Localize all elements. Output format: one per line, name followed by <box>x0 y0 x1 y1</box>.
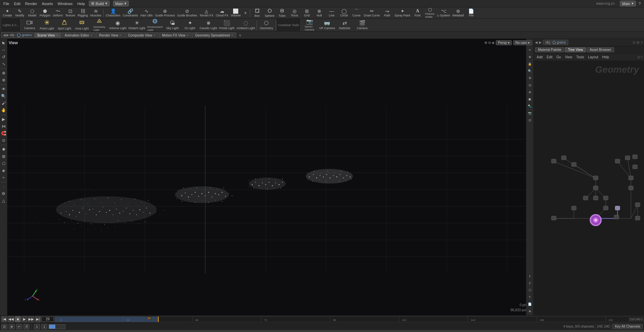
tab-render-view[interactable]: Render View × <box>96 32 124 38</box>
rp-close[interactable]: × <box>641 41 643 44</box>
tb-hair-utils[interactable]: ∿ Hair Utils <box>140 8 154 18</box>
tb-circle[interactable]: ◯ Circle <box>338 8 350 18</box>
stop-btn[interactable]: ■ <box>15 316 21 322</box>
tb2-environment-light[interactable]: EnvironmentLight <box>146 19 164 31</box>
scale-tool[interactable]: ⤡ <box>0 61 7 67</box>
rp-tb-icon1[interactable]: ⊡ <box>637 55 640 59</box>
tab-close-geo[interactable]: × <box>231 34 233 37</box>
snap-btn2[interactable]: ⊕ <box>9 324 15 329</box>
step-back[interactable]: ◀◀ <box>8 316 14 322</box>
vps-icon7[interactable]: ◎ <box>527 82 533 88</box>
tab-animation-editor[interactable]: Animation Editor × <box>62 32 96 38</box>
viewport[interactable]: View ⊕ ⊘ ◈ Persp ▾ No cam ▾ x <box>7 39 533 315</box>
animate-tool[interactable]: ▶ <box>0 116 7 123</box>
menu-assets[interactable]: Assets <box>40 1 55 6</box>
tb-grid[interactable]: ⊞ Grid <box>301 8 313 18</box>
tab-close-scene-view[interactable]: × <box>56 34 58 37</box>
vps-icon11[interactable]: 📷 <box>527 110 533 117</box>
forward-icon[interactable]: ▶ <box>6 33 9 37</box>
rp-tab-asset-browser[interactable]: Asset Browser <box>587 47 614 52</box>
vps-icon5[interactable]: 🔍 <box>527 68 533 74</box>
translate-icon[interactable]: ⊕ <box>0 70 7 76</box>
tb-file[interactable]: 📄 File <box>465 8 477 18</box>
tab-scene-view[interactable]: Scene View × <box>34 32 61 38</box>
vps-icon13[interactable]: 1 <box>527 273 533 279</box>
tb-characters[interactable]: 👤 Characters <box>105 8 121 18</box>
tb-constraints[interactable]: 🔗 Constraints <box>122 8 139 18</box>
persp-button[interactable]: Persp ▾ <box>496 40 512 45</box>
rp-tab-tree-view[interactable]: Tree View <box>565 47 586 52</box>
tb2-ambient-light[interactable]: ◌ Ambient Light <box>235 19 256 31</box>
vps-icon16[interactable]: T <box>527 294 533 301</box>
rp-back[interactable]: ◀ <box>535 41 538 44</box>
rp-tools[interactable]: Tools <box>575 55 586 59</box>
extract-tool[interactable]: ⊞ <box>0 153 7 160</box>
vps-icon2[interactable]: ≡ <box>527 47 533 53</box>
rp-icon2[interactable]: ⊞ <box>637 41 639 44</box>
edit-sop-tool[interactable]: ✱ <box>0 146 7 153</box>
tb2-switcher[interactable]: ⇄ Switcher <box>336 19 354 31</box>
build-button[interactable]: ⊞ Build ▾ <box>89 1 109 6</box>
vp-icon3[interactable]: ◈ <box>492 41 494 45</box>
sculpt-tool[interactable]: ◈ <box>0 167 7 174</box>
go-to-end[interactable]: ▶| <box>35 316 41 322</box>
vps-icon14[interactable]: 2 <box>527 280 533 286</box>
step-forward[interactable]: ▶▶ <box>28 316 34 322</box>
tb-curve[interactable]: ⌒ Curve <box>351 8 363 18</box>
tb-platonic[interactable]: ⬡ PlatonicSolids <box>424 8 436 18</box>
rotate-tool[interactable]: ↺ <box>0 54 7 60</box>
tb2-caustic-light[interactable]: ⋇ Caustic Light <box>199 19 218 31</box>
tb-texture[interactable]: ⊡ Texture <box>64 8 76 18</box>
snap-btn4[interactable]: ⏱ <box>23 324 30 329</box>
key-all-channels-btn[interactable]: Key All Channels <box>612 324 643 329</box>
go-to-start[interactable]: |◀ <box>1 316 7 322</box>
frame-val2[interactable]: 1 <box>41 324 47 329</box>
tab-composite-view[interactable]: Composite View × <box>125 32 158 38</box>
menu-help[interactable]: Help <box>75 1 87 6</box>
vp-icon2[interactable]: ⊘ <box>488 41 491 45</box>
tb2-camera[interactable]: Camera <box>21 19 38 31</box>
rp-tab-material-palette[interactable]: Material Palette <box>535 47 564 52</box>
main-button2[interactable]: Main ▾ <box>620 1 636 6</box>
timeline-ruler[interactable]: 29 0 24 48 72 96 120 144 168 192 <box>54 316 629 322</box>
tab-close-render[interactable]: × <box>119 34 121 37</box>
vp-icon1[interactable]: ⊕ <box>484 41 487 45</box>
rp-layout[interactable]: Layout <box>586 55 600 59</box>
fps-bar[interactable] <box>49 324 65 329</box>
pivot-tool[interactable]: ⊗ <box>0 77 7 83</box>
tb-cloud-fx[interactable]: ☁ Cloud FX <box>215 8 229 18</box>
tab-close-animation[interactable]: × <box>91 34 92 37</box>
paint-tool[interactable]: 🖌 <box>0 100 7 107</box>
tab-close-motion[interactable]: × <box>187 34 189 37</box>
tb-model[interactable]: ⬡ Model <box>26 8 38 18</box>
tb2-portal-light[interactable]: ⬛ Portal Light <box>218 19 235 31</box>
menu-render[interactable]: Render <box>23 1 39 6</box>
tb2-vr-camera[interactable]: 🥽 VR Camera <box>318 19 336 31</box>
back-icon[interactable]: ◀ <box>3 33 6 37</box>
rp-add[interactable]: Add <box>535 55 544 59</box>
relax-tool[interactable]: ≈ <box>0 174 7 181</box>
pose-tool[interactable]: 🤚 <box>0 107 7 114</box>
select-tool[interactable] <box>0 40 7 46</box>
tab-close-composite[interactable]: × <box>154 34 155 37</box>
tb-muscles[interactable]: ≋ Muscles <box>89 8 102 18</box>
tb-null[interactable]: ⊗ Null <box>313 8 325 18</box>
vps-icon10[interactable]: 🔦 <box>527 103 533 110</box>
tab-motion-fx[interactable]: Motion FX View × <box>159 32 192 38</box>
tb-path[interactable]: ↝ Path <box>381 8 393 18</box>
vps-icon6[interactable]: ⚙ <box>527 75 533 81</box>
menu-file[interactable]: File <box>1 1 11 6</box>
add-tab-button[interactable]: + <box>237 32 244 39</box>
tb-sphere[interactable]: Sphere <box>264 8 276 18</box>
tb-volume[interactable]: ⬜ Volume <box>230 8 242 18</box>
snap-btn3[interactable]: ↩ <box>16 324 22 329</box>
tb-box[interactable]: Box <box>251 8 263 18</box>
tb2-point-light[interactable]: Point Light <box>38 19 56 31</box>
tb-metaball[interactable]: ⊛ Metaball <box>451 8 465 18</box>
rp-go[interactable]: Go <box>555 55 562 59</box>
weld-tool[interactable]: ⋈ <box>0 123 7 130</box>
frame-input[interactable]: 29 <box>42 317 54 322</box>
tb-line[interactable]: — Line <box>326 8 338 18</box>
vps-icon3[interactable]: ⊕ <box>527 54 533 60</box>
tb-modify[interactable]: ✎ Modify <box>14 8 26 18</box>
